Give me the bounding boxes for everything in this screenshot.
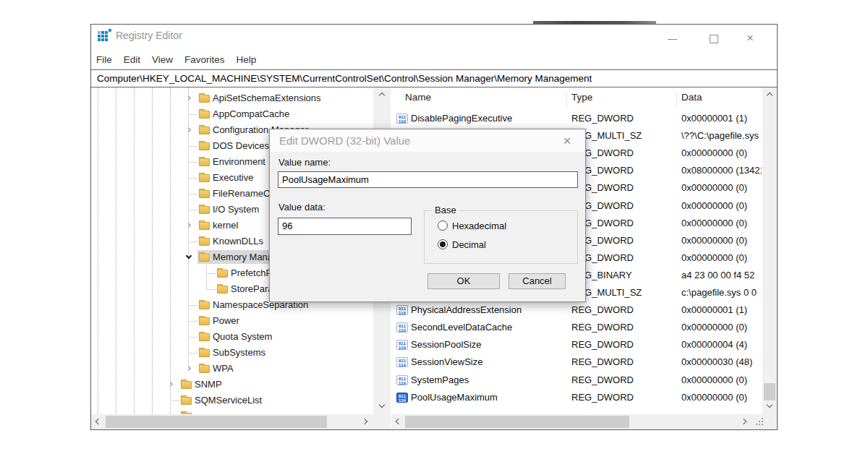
list-hscroll-thumb[interactable] xyxy=(405,416,629,428)
folder-icon xyxy=(199,174,210,182)
value-name: DisablePagingExecutive xyxy=(411,113,512,124)
tree-item-label: SNMP xyxy=(195,379,222,390)
scroll-down-icon[interactable] xyxy=(379,402,385,408)
folder-icon xyxy=(199,158,210,166)
tree-connector xyxy=(188,337,197,338)
tree-horizontal-scrollbar[interactable] xyxy=(91,414,373,429)
scroll-right-icon[interactable] xyxy=(362,419,367,424)
resize-grip-icon[interactable] xyxy=(756,418,757,419)
value-data: a4 23 00 00 f4 52 xyxy=(681,270,762,280)
title-bar: Registry Editor × xyxy=(91,25,777,49)
tree-item-label: Executive xyxy=(213,172,253,183)
value-name: SessionPoolSize xyxy=(411,339,482,350)
scroll-down-icon[interactable] xyxy=(767,402,773,408)
scroll-left-icon[interactable] xyxy=(396,419,401,424)
tree-item-partial[interactable] xyxy=(91,408,373,414)
cancel-button[interactable]: Cancel xyxy=(509,273,566,289)
dword-value-icon: 011110 xyxy=(396,375,408,385)
tree-connector xyxy=(188,178,197,179)
tree-hscroll-thumb[interactable] xyxy=(106,416,327,428)
value-row-sessionviewsize[interactable]: 011110SessionViewSizeREG_DWORD0x00000030… xyxy=(391,354,762,371)
ok-button[interactable]: OK xyxy=(427,273,500,289)
chevron-right-icon[interactable] xyxy=(168,382,173,387)
value-row-secondleveldatacache[interactable]: 011110SecondLevelDataCacheREG_DWORD0x000… xyxy=(391,319,762,336)
dialog-title: Edit DWORD (32-bit) Value xyxy=(279,134,410,147)
column-separator[interactable] xyxy=(566,93,567,107)
value-row-systempages[interactable]: 011110SystemPagesREG_DWORD0x00000000 (0) xyxy=(391,372,762,389)
value-data: 0x00000000 (0) xyxy=(681,147,762,158)
tree-connector xyxy=(188,353,197,354)
menu-file[interactable]: File xyxy=(96,54,112,65)
chevron-right-icon[interactable] xyxy=(186,95,191,100)
value-name-text: PoolUsageMaximum xyxy=(282,174,369,185)
minimize-button[interactable] xyxy=(665,32,681,46)
tree-item-subsystems[interactable]: SubSystems xyxy=(91,345,373,361)
dialog-title-bar: Edit DWORD (32-bit) Value × xyxy=(270,129,585,152)
folder-icon xyxy=(199,190,210,198)
value-row-disablepagingexecutive[interactable]: 011110DisablePagingExecutiveREG_DWORD0x0… xyxy=(391,110,762,127)
chevron-right-icon[interactable] xyxy=(186,223,191,228)
tree-connector xyxy=(206,289,216,290)
tree-item-wpa[interactable]: WPA xyxy=(91,361,373,377)
value-data-field[interactable]: 96 xyxy=(278,218,412,235)
value-data: c:\pagefile.sys 0 0 xyxy=(681,287,762,298)
menu-favorites[interactable]: Favorites xyxy=(184,54,225,65)
value-data: 0x00000030 (48) xyxy=(681,356,762,367)
tree-item-label: SQMServiceList xyxy=(195,395,262,406)
list-scrollbar-corner xyxy=(752,414,777,429)
folder-icon xyxy=(199,254,210,262)
chevron-right-icon[interactable] xyxy=(186,366,191,371)
chevron-right-icon[interactable] xyxy=(186,127,191,132)
list-horizontal-scrollbar[interactable] xyxy=(391,414,752,429)
value-data: 0x00000000 (0) xyxy=(681,182,762,193)
menu-view[interactable]: View xyxy=(152,54,173,65)
radio-checked-icon[interactable] xyxy=(438,239,448,249)
tree-connector xyxy=(188,241,197,242)
dialog-close-button[interactable]: × xyxy=(558,132,576,150)
tree-item-label: WPA xyxy=(213,363,234,374)
value-name-field[interactable]: PoolUsageMaximum xyxy=(278,171,578,188)
tree-item-snmp[interactable]: SNMP xyxy=(91,377,373,393)
value-name: PhysicalAddressExtension xyxy=(411,304,522,315)
value-row-poolusagemaximum[interactable]: 011110PoolUsageMaximumREG_DWORD0x0000000… xyxy=(391,389,762,406)
close-button[interactable]: × xyxy=(746,32,762,46)
value-row-sessionpoolsize[interactable]: 011110SessionPoolSizeREG_DWORD0x00000004… xyxy=(391,336,762,354)
base-group-label: Base xyxy=(432,205,459,215)
values-list-header: NameTypeData xyxy=(391,87,762,109)
list-vscroll-thumb[interactable] xyxy=(764,383,775,401)
folder-icon xyxy=(217,270,228,278)
tree-item-sqmservicelist[interactable]: SQMServiceList xyxy=(91,393,373,408)
radio-label: Decimal xyxy=(452,239,486,250)
value-name: PoolUsageMaximum xyxy=(411,392,498,403)
folder-icon xyxy=(199,349,210,357)
menu-edit[interactable]: Edit xyxy=(124,54,140,65)
value-type: REG_DWORD xyxy=(571,392,634,403)
tree-item-appcompatcache[interactable]: AppCompatCache xyxy=(91,106,373,122)
value-row-physicaladdressextension[interactable]: 011110PhysicalAddressExtensionREG_DWORD0… xyxy=(391,301,762,319)
column-separator[interactable] xyxy=(676,93,677,107)
scroll-up-icon[interactable] xyxy=(767,93,773,98)
value-type: REG_DWORD xyxy=(571,113,634,124)
tree-item-apisetschemaextensions[interactable]: ApiSetSchemaExtensions xyxy=(91,90,373,106)
chevron-down-icon[interactable] xyxy=(186,253,192,259)
maximize-button[interactable] xyxy=(707,32,723,46)
tree-connector xyxy=(188,210,197,210)
tree-item-power[interactable]: Power xyxy=(91,313,373,329)
value-name: SecondLevelDataCache xyxy=(411,322,512,333)
scroll-up-icon[interactable] xyxy=(379,93,385,98)
radio-unchecked-icon[interactable] xyxy=(438,220,448,231)
column-header-name[interactable]: Name xyxy=(405,92,431,103)
scroll-left-icon[interactable] xyxy=(95,419,101,424)
column-header-data[interactable]: Data xyxy=(681,92,702,103)
column-header-type[interactable]: Type xyxy=(571,92,592,103)
menu-help[interactable]: Help xyxy=(237,54,257,65)
address-bar[interactable]: Computer\HKEY_LOCAL_MACHINE\SYSTEM\Curre… xyxy=(91,69,777,87)
value-type: REG_DWORD xyxy=(571,374,634,385)
minimize-icon xyxy=(668,39,677,40)
tree-item-quota-system[interactable]: Quota System xyxy=(91,329,373,345)
value-data: \??\C:\pagefile.sys xyxy=(681,130,762,141)
list-vertical-scrollbar[interactable] xyxy=(762,87,777,414)
value-data: 0x00000004 (4) xyxy=(681,339,762,350)
tree-item-label: Quota System xyxy=(213,331,272,342)
scroll-right-icon[interactable] xyxy=(741,419,746,424)
